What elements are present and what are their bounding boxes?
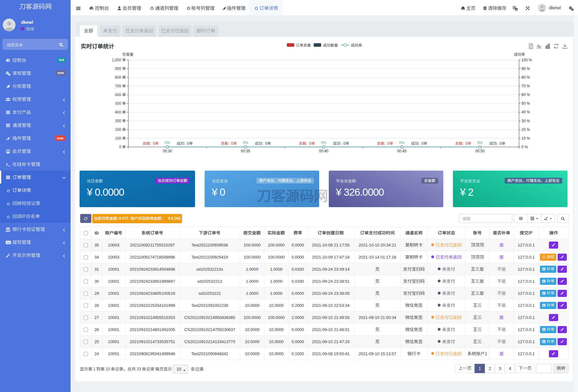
svg-text:0 %: 0 % <box>522 145 528 149</box>
svg-text:0%: 0% <box>165 141 170 145</box>
svg-text:00:35: 00:35 <box>241 149 250 153</box>
svg-text:100 %: 100 % <box>522 58 532 62</box>
svg-text:40 %: 40 % <box>522 110 530 114</box>
svg-text:30 %: 30 % <box>522 119 530 123</box>
svg-text:0%: 0% <box>321 141 327 145</box>
svg-text:00:50: 00:50 <box>475 149 485 153</box>
svg-text:00:45: 00:45 <box>397 149 406 153</box>
svg-text:50 %: 50 % <box>522 101 530 106</box>
svg-text:00:30: 00:30 <box>163 149 172 153</box>
svg-text:00:40: 00:40 <box>319 149 328 153</box>
svg-text:80 %: 80 % <box>522 75 530 80</box>
svg-text:70 %: 70 % <box>522 84 530 88</box>
svg-text:VISA: VISA <box>7 242 11 244</box>
svg-text:20 %: 20 % <box>522 128 530 132</box>
svg-text:90 %: 90 % <box>522 67 530 71</box>
svg-text:0%: 0% <box>477 141 483 145</box>
svg-text:10 %: 10 % <box>522 136 530 141</box>
svg-text:A: A <box>515 8 517 10</box>
svg-text:0%: 0% <box>243 141 248 145</box>
svg-text:0%: 0% <box>399 141 405 145</box>
svg-text:60 %: 60 % <box>522 93 530 97</box>
